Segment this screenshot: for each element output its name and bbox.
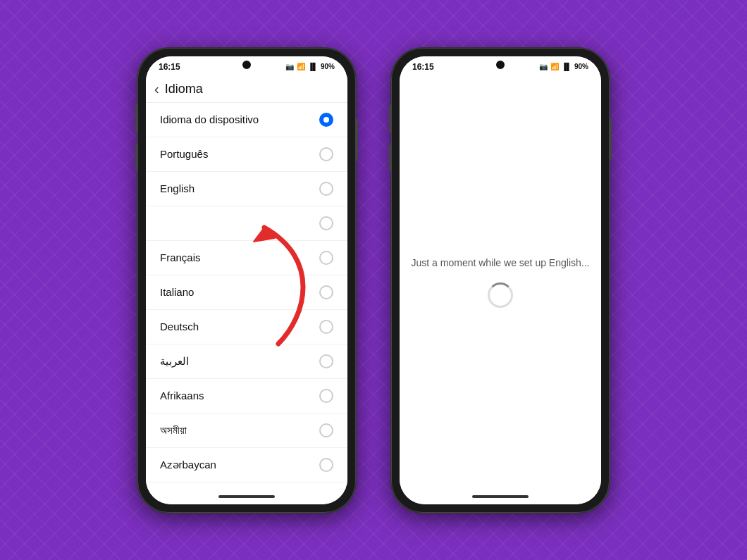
list-item[interactable]: Deutsch [146, 310, 347, 344]
screenshot-icon-2: 📷 [539, 63, 548, 70]
list-item[interactable]: Italiano [146, 275, 347, 310]
home-bar-2 [472, 495, 529, 498]
language-name: Italiano [160, 286, 194, 298]
phones-container: 16:15 📷 📶 ▐▌ 90% ‹ Idioma Id [137, 48, 610, 513]
top-bar-1: ‹ Idioma [146, 76, 347, 103]
language-name: Français [160, 251, 201, 263]
loading-spinner [488, 282, 513, 308]
home-bar [218, 495, 275, 498]
phone2-screen: 16:15 📷 📶 ▐▌ 90% Just a moment while we … [400, 56, 601, 504]
screenshot-icon: 📷 [285, 63, 294, 70]
language-name: Azərbaycan [160, 459, 216, 471]
list-item[interactable]: Беларуская [146, 483, 347, 489]
language-name: Português [160, 148, 208, 160]
phone1: 16:15 📷 📶 ▐▌ 90% ‹ Idioma Id [137, 48, 356, 513]
list-item[interactable]: Azərbaycan [146, 448, 347, 483]
home-indicator-1 [146, 489, 347, 504]
phone1-screen: 16:15 📷 📶 ▐▌ 90% ‹ Idioma Id [146, 56, 347, 504]
camera-hole-2 [496, 61, 505, 69]
radio-selected[interactable] [319, 113, 333, 127]
list-item[interactable]: Português [146, 137, 347, 172]
list-item[interactable] [146, 206, 347, 241]
radio-btn[interactable] [319, 251, 333, 265]
list-item[interactable]: অসমীয়া [146, 413, 347, 448]
language-name-english: English [160, 182, 195, 194]
language-name: Deutsch [160, 321, 199, 332]
status-icons-2: 📷 📶 ▐▌ 90% [539, 63, 588, 70]
camera-hole-1 [242, 61, 251, 69]
phone2: 16:15 📷 📶 ▐▌ 90% Just a moment while we … [391, 48, 610, 513]
radio-btn[interactable] [319, 320, 333, 334]
loading-screen: Just a moment while we set up English... [400, 76, 601, 489]
list-item[interactable]: English [146, 172, 347, 206]
battery-text-2: 90% [574, 63, 588, 70]
signal-icon: ▐▌ [308, 63, 318, 70]
radio-btn[interactable] [319, 458, 333, 472]
language-name: العربية [160, 355, 189, 368]
page-title: Idioma [165, 82, 203, 97]
list-item[interactable]: Français [146, 241, 347, 275]
radio-btn[interactable] [319, 389, 333, 403]
status-time-1: 16:15 [159, 62, 180, 72]
phone1-wrapper: 16:15 📷 📶 ▐▌ 90% ‹ Idioma Id [137, 48, 356, 513]
radio-btn[interactable] [319, 182, 333, 196]
wifi-icon: 📶 [297, 63, 305, 70]
wifi-icon-2: 📶 [550, 63, 559, 70]
radio-btn[interactable] [319, 147, 333, 161]
list-item[interactable]: Afrikaans [146, 379, 347, 413]
signal-icon-2: ▐▌ [562, 63, 572, 70]
home-indicator-2 [400, 489, 601, 504]
loading-message: Just a moment while we set up English... [412, 257, 590, 268]
list-item[interactable]: العربية [146, 344, 347, 379]
radio-btn[interactable] [319, 216, 333, 230]
language-name: Afrikaans [160, 390, 204, 402]
battery-text: 90% [321, 63, 335, 70]
status-icons-1: 📷 📶 ▐▌ 90% [285, 63, 335, 70]
radio-btn[interactable] [319, 354, 333, 368]
status-time-2: 16:15 [412, 62, 434, 72]
radio-btn[interactable] [319, 423, 333, 437]
language-list: Idioma do dispositivo Português English [146, 103, 347, 489]
language-name: Idioma do dispositivo [160, 113, 259, 125]
list-item[interactable]: Idioma do dispositivo [146, 103, 347, 137]
radio-btn[interactable] [319, 285, 333, 299]
back-button[interactable]: ‹ [154, 82, 159, 96]
language-name: অসমীয়া [160, 424, 187, 437]
